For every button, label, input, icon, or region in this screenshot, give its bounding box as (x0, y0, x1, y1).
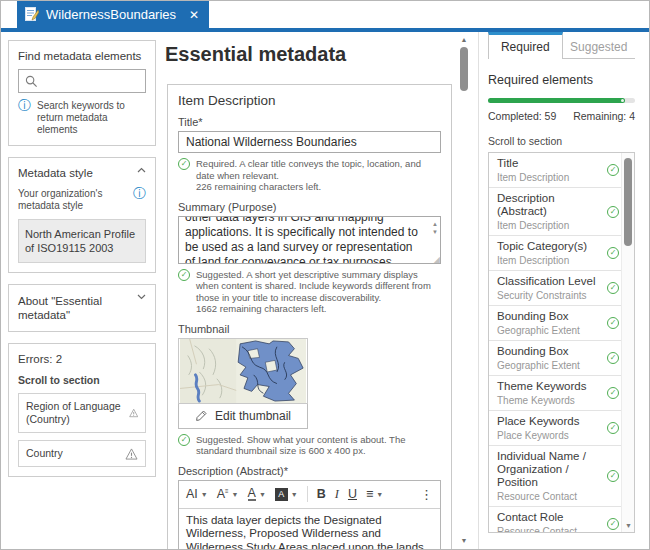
section-link-subtitle: Security Constraints (497, 290, 595, 301)
scroll-down-icon[interactable] (622, 522, 635, 530)
more-options-icon[interactable]: ⋮ (420, 487, 433, 502)
scrollbar-thumb[interactable] (460, 47, 468, 91)
completed-check-icon (607, 352, 619, 364)
section-link[interactable]: Topic Category(s) Item Description (489, 235, 621, 270)
document-tab-bar: WildernessBoundaries ✕ (1, 1, 649, 28)
section-link-title: Topic Category(s) (497, 240, 587, 253)
scroll-up-icon[interactable] (457, 36, 471, 44)
font-color-dropdown[interactable]: A▼ (248, 487, 266, 501)
panel-tab[interactable]: Suggested (563, 32, 636, 59)
section-link-title: Theme Keywords (497, 380, 586, 393)
thumbnail-field-label: Thumbnail (178, 323, 441, 335)
about-essential-metadata-card[interactable]: About "Essential metadata" (8, 284, 156, 332)
section-link-subtitle: Item Description (497, 172, 569, 183)
scrollbar-thumb[interactable] (624, 158, 632, 246)
chevron-up-icon[interactable] (137, 167, 146, 173)
section-link[interactable]: Theme Keywords Theme Keywords (489, 375, 621, 410)
section-link[interactable]: Individual Name / Organization / Positio… (489, 445, 621, 506)
panel-tab[interactable]: Required (488, 32, 563, 59)
organization-style-label: Your organization's metadata style (18, 188, 129, 212)
chevron-down-icon[interactable] (137, 294, 146, 300)
completed-check-icon (607, 247, 619, 259)
errors-scroll-label: Scroll to section (18, 374, 146, 386)
section-link[interactable]: Description (Abstract) Item Description (489, 187, 621, 235)
metadata-style-card: Metadata style Your organization's metad… (8, 157, 156, 273)
scroll-up-icon (432, 221, 438, 227)
completed-check-icon (607, 470, 619, 482)
organization-style-label-row: Your organization's metadata style ⓘ (18, 188, 146, 212)
title-input[interactable] (178, 131, 441, 153)
sections-list-scrollbar[interactable] (621, 153, 634, 532)
errors-card: Errors: 2 Scroll to section Region of La… (8, 343, 156, 477)
section-link-subtitle: Geographic Extent (497, 325, 580, 336)
section-link-subtitle: Resource Contact (497, 491, 607, 502)
main-scrollbar[interactable] (457, 34, 471, 547)
section-link[interactable]: Bounding Box Geographic Extent (489, 340, 621, 375)
section-link[interactable]: Classification Level Security Constraint… (489, 270, 621, 305)
completed-check-icon (607, 317, 619, 329)
thumbnail-widget: Edit thumbnail (178, 338, 308, 429)
scroll-down-icon[interactable] (457, 537, 471, 545)
title-hint-text: Required. A clear title conveys the topi… (196, 158, 441, 181)
alignment-dropdown[interactable]: ≡▼ (366, 487, 383, 501)
pencil-icon (195, 409, 208, 422)
section-link[interactable]: Place Keywords Place Keywords (489, 410, 621, 445)
error-section-list: Region of Language (Country) Country (18, 393, 146, 467)
required-elements-title: Required elements (488, 73, 635, 87)
metadata-editor-window: WildernessBoundaries ✕ Find metadata ele… (0, 0, 650, 550)
section-link[interactable]: Title Item Description (489, 153, 621, 187)
textarea-scrollbar[interactable] (432, 221, 438, 235)
edit-thumbnail-button[interactable]: Edit thumbnail (178, 404, 308, 429)
error-section-label: Region of Language (Country) (26, 400, 129, 426)
metadata-style-value: North American Profile of ISO19115 2003 (18, 219, 146, 263)
error-section-link[interactable]: Country (18, 440, 146, 467)
editor-content: Find metadata elements ⓘ Search keywords… (1, 32, 649, 549)
summary-hint-text: Suggested. A short yet descriptive summa… (196, 269, 441, 304)
chevron-down-icon: ▼ (259, 491, 266, 498)
progress-fill (488, 98, 625, 103)
resize-grip-icon[interactable] (434, 256, 440, 264)
rich-text-toolbar: AI▼ A≡▼ A▼ A▼ B I (179, 481, 440, 509)
font-size-dropdown[interactable]: A≡▼ (217, 487, 239, 501)
section-link-title: Bounding Box (497, 310, 580, 323)
thumbnail-hint: Suggested. Show what your content is abo… (178, 434, 441, 457)
error-section-link[interactable]: Region of Language (Country) (18, 393, 146, 433)
warning-icon (125, 448, 138, 460)
main-editor-column: Essential metadata Item Description Titl… (162, 32, 455, 549)
section-link-subtitle: Item Description (497, 255, 587, 266)
left-sidebar: Find metadata elements ⓘ Search keywords… (8, 40, 156, 488)
summary-field-label: Summary (Purpose) (178, 201, 441, 213)
metadata-style-title: Metadata style (18, 167, 93, 179)
section-link-title: Classification Level (497, 275, 595, 288)
close-tab-icon[interactable]: ✕ (189, 8, 199, 22)
section-link-title: Individual Name / Organization / Positio… (497, 450, 607, 489)
underline-button[interactable]: U (348, 487, 357, 501)
title-field-label: Title* (178, 116, 441, 128)
search-hint: ⓘ Search keywords to return metadata ele… (18, 100, 146, 136)
find-card-title: Find metadata elements (18, 50, 146, 62)
font-dropdown[interactable]: AI▼ (186, 487, 208, 501)
info-icon: ⓘ (133, 188, 146, 200)
search-hint-text: Search keywords to return metadata eleme… (37, 100, 146, 136)
section-link-subtitle: Item Description (497, 220, 607, 231)
description-text[interactable]: This data layer depicts the Designated W… (179, 509, 440, 550)
section-link[interactable]: Bounding Box Geographic Extent (489, 305, 621, 340)
document-tab[interactable]: WildernessBoundaries ✕ (17, 1, 209, 28)
search-input[interactable] (18, 69, 146, 93)
document-tab-title: WildernessBoundaries (46, 7, 176, 22)
section-link-subtitle: Resource Contact (497, 526, 577, 533)
summary-text: other data layers in GIS and mapping app… (185, 216, 424, 264)
section-link-subtitle: Place Keywords (497, 430, 579, 441)
italic-button[interactable]: I (335, 487, 339, 502)
progress-labels: Completed: 59 Remaining: 4 (488, 110, 635, 122)
completion-progress-bar (488, 98, 635, 103)
section-link-title: Title (497, 157, 569, 170)
completed-check-icon (607, 387, 619, 399)
section-link-subtitle: Geographic Extent (497, 360, 580, 371)
section-link[interactable]: Contact Role Resource Contact (489, 506, 621, 533)
summary-textarea[interactable]: other data layers in GIS and mapping app… (178, 216, 441, 264)
highlight-color-dropdown[interactable]: A▼ (275, 488, 298, 501)
panel-tabs: Required Suggested (488, 32, 635, 59)
bold-button[interactable]: B (317, 487, 326, 501)
search-icon (25, 75, 38, 88)
